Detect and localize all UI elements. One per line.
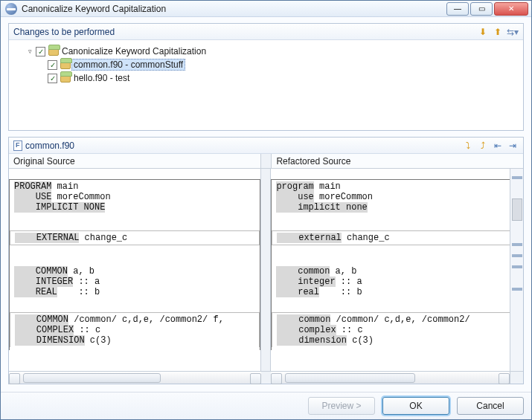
changes-panel: Changes to be performed ⬇ ⬆ ⇆▾ ▿ ✓ Canon… <box>8 23 524 131</box>
prev-diff-icon[interactable]: ⤴ <box>477 140 489 152</box>
tree-root-label: Canonicalize Keyword Capitalization <box>62 46 206 56</box>
eclipse-icon <box>5 3 17 15</box>
changes-tree[interactable]: ▿ ✓ Canonicalize Keyword Capitalization … <box>9 40 523 130</box>
window-controls: — ▭ ✕ <box>446 2 528 16</box>
tree-checkbox[interactable]: ✓ <box>48 74 57 83</box>
tree-checkbox[interactable]: ✓ <box>48 60 57 70</box>
changes-panel-title: Changes to be performed <box>13 27 477 37</box>
ok-button[interactable]: OK <box>382 397 449 415</box>
right-horizontal-scrollbar[interactable] <box>271 371 510 384</box>
dialog-window: Canonicalize Keyword Capitalization — ▭ … <box>0 0 532 420</box>
close-button[interactable]: ✕ <box>494 2 528 16</box>
tree-item-label: hello.f90 - test <box>74 73 129 83</box>
compare-link-gutter <box>261 169 272 371</box>
minimize-button[interactable]: — <box>446 2 469 16</box>
fortran-file-icon <box>13 140 22 151</box>
button-bar: Preview > OK Cancel <box>1 392 531 419</box>
tree-checkbox[interactable]: ✓ <box>36 47 45 56</box>
compare-panel: common.f90 ⤵ ⤴ ⇤ ⇥ Original Source Refac… <box>8 137 524 384</box>
expand-caret-icon[interactable]: ▿ <box>25 47 34 56</box>
arrow-down-icon[interactable]: ⬇ <box>477 26 489 38</box>
change-group-icon <box>48 47 59 56</box>
dialog-content: Changes to be performed ⬇ ⬆ ⇆▾ ▿ ✓ Canon… <box>1 17 531 392</box>
file-change-icon <box>60 60 71 69</box>
maximize-button[interactable]: ▭ <box>470 2 493 16</box>
left-horizontal-scrollbar[interactable] <box>9 371 261 384</box>
refactored-source-header: Refactored Source <box>271 154 523 169</box>
cancel-button[interactable]: Cancel <box>457 397 524 415</box>
compare-file-label: common.f90 <box>25 140 462 151</box>
filter-icon[interactable]: ⇆▾ <box>507 26 519 38</box>
tree-item-label: common.f90 - commonStuff <box>71 59 185 71</box>
compare-gutter <box>261 154 272 169</box>
tree-root[interactable]: ▿ ✓ Canonicalize Keyword Capitalization <box>12 45 520 58</box>
original-source-pane[interactable]: PROGRAM main USE moreCommon IMPLICIT NON… <box>9 169 261 371</box>
copy-left-icon[interactable]: ⇤ <box>492 140 504 152</box>
preview-button[interactable]: Preview > <box>308 397 375 415</box>
window-title: Canonicalize Keyword Capitalization <box>22 4 446 14</box>
tree-item-common[interactable]: ✓ common.f90 - commonStuff <box>12 58 520 71</box>
titlebar: Canonicalize Keyword Capitalization — ▭ … <box>1 1 531 17</box>
original-source-header: Original Source <box>9 154 261 169</box>
copy-right-icon[interactable]: ⇥ <box>507 140 519 152</box>
tree-item-hello[interactable]: ✓ hello.f90 - test <box>12 71 520 85</box>
refactored-source-pane[interactable]: program main use moreCommon implicit non… <box>271 169 510 371</box>
arrow-up-icon[interactable]: ⬆ <box>492 26 504 38</box>
file-change-icon <box>60 74 71 83</box>
overview-ruler[interactable] <box>510 169 523 371</box>
compare-panel-header: common.f90 ⤵ ⤴ ⇤ ⇥ <box>9 138 523 154</box>
changes-panel-header: Changes to be performed ⬇ ⬆ ⇆▾ <box>9 24 523 40</box>
compare-column-headers: Original Source Refactored Source <box>9 154 523 169</box>
next-diff-icon[interactable]: ⤵ <box>462 140 474 152</box>
